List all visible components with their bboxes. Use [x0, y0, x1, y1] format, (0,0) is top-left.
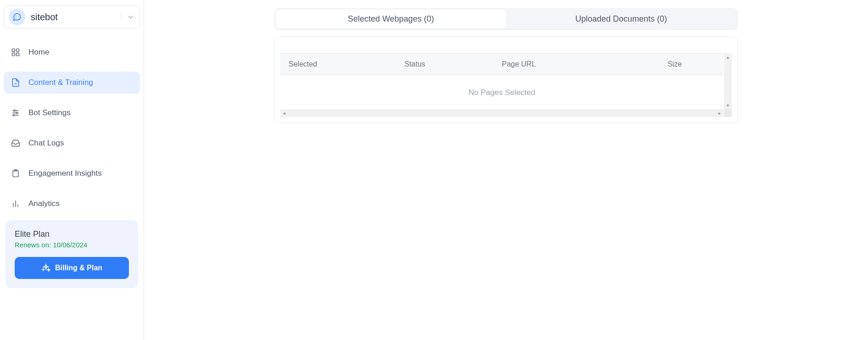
svg-rect-1	[17, 49, 19, 52]
grid-icon	[11, 48, 20, 57]
column-header-status: Status	[404, 60, 502, 68]
plan-card: Elite Plan Renews on: 10/06/2024 Billing…	[6, 220, 138, 288]
sidebar-item-label: Chat Logs	[28, 139, 64, 148]
scroll-right-arrow-icon[interactable]: ▸	[716, 109, 723, 117]
sparkles-icon	[41, 263, 50, 273]
svg-point-8	[16, 112, 17, 113]
sidebar-item-label: Home	[28, 48, 49, 57]
sidebar-item-home[interactable]: Home	[4, 41, 140, 63]
svg-point-6	[14, 110, 15, 111]
billing-plan-button[interactable]: Billing & Plan	[15, 257, 129, 279]
document-icon	[11, 78, 20, 87]
column-header-url: Page URL	[502, 60, 626, 68]
horizontal-scrollbar[interactable]: ◂ ▸	[280, 109, 723, 117]
bot-avatar	[9, 9, 25, 25]
chevron-down-icon	[127, 13, 135, 21]
content-tabs: Selected Webpages (0) Uploaded Documents…	[274, 8, 738, 30]
sidebar: sitebot Home Content & Training	[0, 0, 144, 340]
webpages-table: Selected Status Page URL Size No Pages S…	[280, 53, 732, 117]
svg-point-10	[13, 114, 14, 116]
sidebar-item-label: Bot Settings	[28, 108, 71, 117]
scroll-down-arrow-icon[interactable]: ▾	[724, 101, 732, 109]
svg-rect-2	[12, 53, 15, 56]
bot-dropdown-toggle[interactable]	[121, 13, 135, 21]
main-content: Selected Webpages (0) Uploaded Documents…	[144, 0, 868, 340]
svg-rect-0	[12, 49, 15, 52]
sidebar-item-label: Engagement Insights	[28, 169, 102, 178]
table-header-row: Selected Status Page URL Size	[280, 53, 723, 75]
svg-rect-3	[17, 53, 19, 56]
webpages-panel: Selected Status Page URL Size No Pages S…	[274, 36, 738, 123]
sidebar-item-engagement-insights[interactable]: Engagement Insights	[4, 162, 140, 184]
scrollbar-corner	[724, 109, 732, 117]
sidebar-item-bot-settings[interactable]: Bot Settings	[4, 102, 140, 124]
plan-title: Elite Plan	[15, 229, 129, 239]
sidebar-nav: Home Content & Training Bot Settings Cha…	[4, 38, 140, 218]
bot-selector[interactable]: sitebot	[4, 6, 140, 28]
sidebar-item-analytics[interactable]: Analytics	[4, 193, 140, 215]
clipboard-icon	[11, 169, 20, 178]
vertical-scrollbar[interactable]: ▴ ▾	[724, 53, 732, 109]
bot-name-label: sitebot	[31, 12, 121, 22]
chat-bubble-icon	[12, 12, 22, 22]
scroll-up-arrow-icon[interactable]: ▴	[724, 53, 732, 61]
sliders-icon	[11, 108, 20, 117]
tab-uploaded-documents[interactable]: Uploaded Documents (0)	[506, 10, 736, 28]
sidebar-item-label: Content & Training	[28, 78, 93, 87]
bar-chart-icon	[11, 199, 20, 208]
empty-state-message: No Pages Selected	[280, 75, 723, 109]
sidebar-item-label: Analytics	[28, 199, 60, 208]
scroll-left-arrow-icon[interactable]: ◂	[280, 109, 288, 117]
inbox-icon	[11, 139, 20, 148]
billing-button-label: Billing & Plan	[55, 264, 102, 272]
sidebar-item-content-training[interactable]: Content & Training	[4, 72, 140, 94]
column-header-size: Size	[626, 60, 723, 68]
column-header-selected: Selected	[280, 60, 404, 68]
tab-selected-webpages[interactable]: Selected Webpages (0)	[276, 10, 506, 28]
plan-renewal-date: Renews on: 10/06/2024	[15, 241, 129, 249]
sidebar-item-chat-logs[interactable]: Chat Logs	[4, 132, 140, 154]
